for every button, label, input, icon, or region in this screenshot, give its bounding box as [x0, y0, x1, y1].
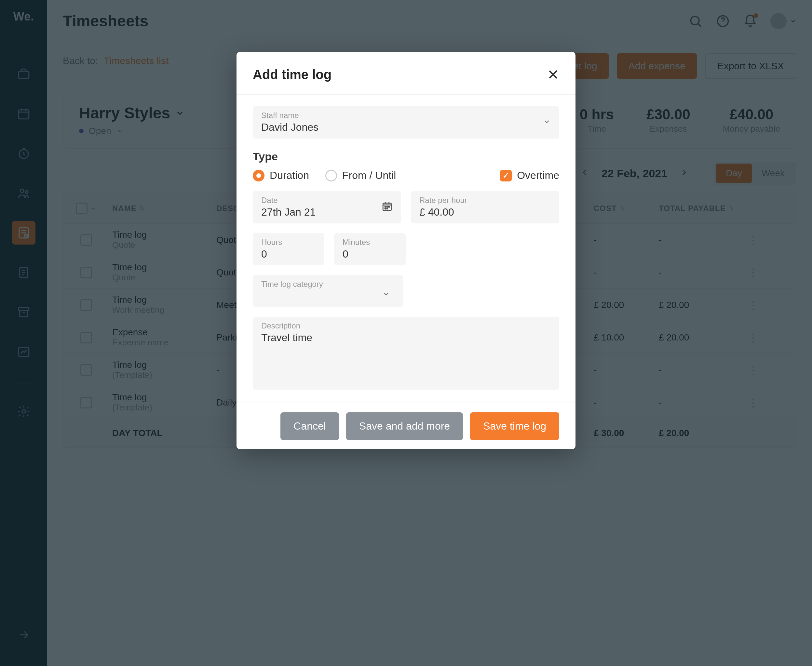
modal-overlay: Add time log ✕ Staff name David Jones Ty… [0, 0, 812, 666]
overtime-checkbox[interactable]: ✓ Overtime [500, 170, 559, 181]
svg-point-18 [387, 208, 388, 209]
add-time-log-modal: Add time log ✕ Staff name David Jones Ty… [236, 52, 576, 449]
rate-value: £ 40.00 [419, 206, 551, 218]
hours-value: 0 [261, 248, 316, 260]
chevron-down-icon [543, 117, 551, 128]
chevron-down-icon [382, 290, 390, 300]
description-value: Travel time [261, 332, 551, 344]
svg-point-17 [385, 208, 386, 209]
type-fromuntil-radio[interactable]: From / Until [325, 170, 396, 181]
modal-close-button[interactable]: ✕ [547, 66, 559, 83]
minutes-value: 0 [343, 248, 397, 260]
radio-selected-icon [253, 170, 264, 181]
rate-input[interactable]: Rate per hour £ 40.00 [411, 191, 559, 223]
date-input[interactable]: Date 27th Jan 21 [253, 191, 401, 223]
staff-name-value: David Jones [261, 121, 551, 134]
type-duration-label: Duration [270, 170, 309, 181]
category-label: Time log category [261, 280, 394, 289]
svg-point-15 [387, 206, 388, 207]
save-and-add-more-button[interactable]: Save and add more [346, 412, 463, 440]
svg-point-14 [385, 206, 386, 207]
save-time-log-button[interactable]: Save time log [470, 412, 559, 440]
hours-label: Hours [261, 238, 316, 247]
overtime-label: Overtime [517, 170, 559, 181]
staff-name-label: Staff name [261, 111, 551, 120]
category-value [261, 290, 394, 302]
minutes-input[interactable]: Minutes 0 [334, 233, 406, 265]
category-select[interactable]: Time log category [253, 275, 403, 307]
modal-title: Add time log [253, 67, 332, 82]
description-input[interactable]: Description Travel time [253, 317, 559, 389]
svg-point-16 [388, 206, 389, 207]
checkbox-checked-icon: ✓ [500, 170, 512, 181]
staff-name-select[interactable]: Staff name David Jones [253, 106, 559, 138]
rate-label: Rate per hour [419, 196, 551, 205]
minutes-label: Minutes [343, 238, 397, 247]
date-label: Date [261, 196, 393, 205]
type-fromuntil-label: From / Until [342, 170, 396, 181]
cancel-button[interactable]: Cancel [281, 412, 339, 440]
radio-unselected-icon [325, 170, 337, 181]
hours-input[interactable]: Hours 0 [253, 233, 324, 265]
date-value: 27th Jan 21 [261, 206, 393, 218]
description-label: Description [261, 321, 551, 330]
type-duration-radio[interactable]: Duration [253, 170, 309, 181]
calendar-icon [381, 201, 393, 214]
type-section-label: Type [253, 150, 559, 163]
